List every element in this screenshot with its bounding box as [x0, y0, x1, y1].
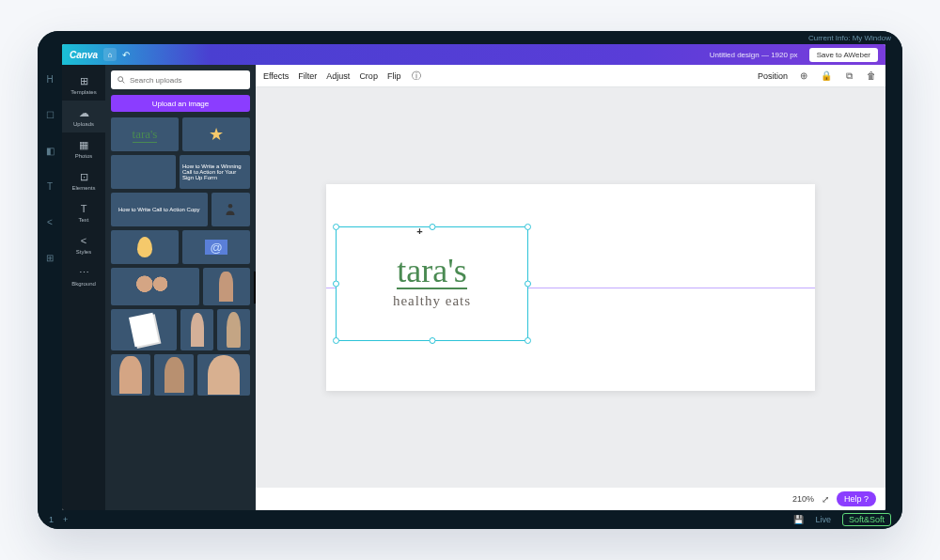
outer-window-titlebar: Current Info: My Window [38, 31, 902, 44]
upload-thumb-photo-green[interactable] [180, 309, 213, 350]
rail-share-icon[interactable]: < [43, 215, 56, 228]
search-icon [117, 75, 126, 85]
siderail-background[interactable]: ⋯Bkground [62, 260, 105, 292]
svg-line-1 [122, 81, 124, 83]
zoom-level[interactable]: 210% [792, 494, 814, 504]
resize-handle-l[interactable] [333, 281, 339, 288]
toolbar-filter[interactable]: Filter [298, 71, 317, 81]
uploads-panel: Upload an image tara's How to Write a Wi… [105, 65, 256, 510]
siderail-styles[interactable]: <Styles [62, 228, 105, 260]
siderail-uploads[interactable]: ☁Uploads [62, 101, 105, 132]
toolbar-transparency-icon[interactable]: ⊕ [797, 70, 810, 83]
upload-thumb-person-white[interactable] [212, 193, 250, 226]
resize-handle-tl[interactable] [333, 224, 339, 230]
outer-window-footer: 1 + 💾 Live Soft&Soft [38, 510, 902, 529]
undo-icon[interactable]: ↶ [122, 50, 130, 60]
outer-live-label: Live [815, 515, 831, 524]
toolbar-position[interactable]: Position [758, 71, 788, 81]
resize-handle-tr[interactable] [525, 224, 531, 230]
rail-grid-icon[interactable]: ⊞ [43, 251, 56, 264]
background-icon: ⋯ [77, 266, 90, 279]
search-uploads[interactable] [111, 70, 250, 89]
outer-footer-item-add[interactable]: + [63, 515, 68, 524]
upload-thumb-photo-6[interactable] [154, 354, 194, 396]
outer-save-icon[interactable]: 💾 [793, 515, 804, 524]
app-topbar: Canva ⌂ ↶ Untitled design — 1920 px Save… [62, 44, 885, 65]
rail-square-icon[interactable]: ☐ [43, 108, 56, 121]
help-button[interactable]: Help ? [837, 491, 876, 506]
upload-thumb-cta[interactable]: How to Write a Winning Call to Action fo… [180, 155, 250, 189]
upload-thumb-purple-balloon[interactable] [111, 230, 179, 264]
save-to-aweber-button[interactable]: Save to AWeber [809, 48, 878, 62]
siderail-templates[interactable]: ⊞Templates [62, 69, 105, 101]
styles-icon: < [77, 234, 90, 247]
photos-icon: ▦ [77, 138, 90, 151]
resize-handle-b[interactable] [429, 337, 435, 344]
siderail-photos[interactable]: ▦Photos [62, 132, 105, 164]
upload-thumb-photo-7[interactable] [197, 354, 250, 396]
siderail-elements[interactable]: ⊡Elements [62, 164, 105, 196]
rail-split-icon[interactable]: ◧ [43, 144, 56, 157]
fullscreen-icon[interactable]: ⤢ [822, 494, 829, 505]
resize-handle-bl[interactable] [333, 337, 339, 344]
search-input[interactable] [130, 76, 244, 85]
outer-footer-item-1[interactable]: 1 [49, 515, 54, 524]
rail-text-icon[interactable]: T [43, 179, 56, 193]
outer-left-rail: H ☐ ◧ T < ⊞ [38, 44, 62, 510]
toolbar-lock-icon[interactable]: 🔒 [820, 70, 833, 83]
text-icon: T [77, 202, 90, 215]
toolbar-flip[interactable]: Flip [387, 71, 401, 81]
siderail-text[interactable]: TText [62, 196, 105, 228]
toolbar-crop[interactable]: Crop [359, 71, 378, 81]
canvas-toolbar: Effects Filter Adjust Crop Flip ⓘ Positi… [256, 65, 885, 87]
canvas-area: Effects Filter Adjust Crop Flip ⓘ Positi… [256, 65, 885, 510]
canva-logo[interactable]: Canva [70, 50, 98, 60]
canvas-viewport[interactable]: + tara's healthy eats [256, 87, 885, 488]
artboard[interactable]: + tara's healthy eats [326, 184, 815, 391]
outer-window-info: Current Info: My Window [808, 34, 891, 42]
upload-thumb-paper[interactable] [111, 309, 177, 350]
upload-thumb-photo-5[interactable] [111, 354, 150, 396]
resize-handle-r[interactable] [525, 281, 531, 288]
templates-icon: ⊞ [77, 74, 90, 87]
upload-thumb-photo-brick[interactable] [203, 268, 250, 305]
svg-point-2 [228, 204, 233, 209]
svg-point-0 [118, 77, 123, 82]
upload-thumb-copy[interactable]: How to Write Call to Action Copy [111, 193, 208, 226]
home-icon[interactable]: ⌂ [103, 48, 117, 61]
toolbar-duplicate-icon[interactable]: ⧉ [842, 70, 855, 83]
upload-thumb-taras-logo[interactable]: tara's [111, 117, 179, 151]
logo-main-text: tara's [397, 254, 466, 289]
uploads-icon: ☁ [77, 106, 90, 119]
upload-thumb-photo-brown[interactable] [217, 309, 250, 350]
device-frame: Current Info: My Window H ☐ ◧ T < ⊞ Canv… [38, 31, 902, 529]
elements-icon: ⊡ [77, 170, 90, 183]
toolbar-info-icon[interactable]: ⓘ [410, 70, 423, 83]
toolbar-delete-icon[interactable]: 🗑 [865, 70, 878, 83]
upload-thumb-photo-duo[interactable] [111, 268, 199, 305]
canva-app-window: Canva ⌂ ↶ Untitled design — 1920 px Save… [62, 44, 885, 510]
tool-siderail: ⊞Templates ☁Uploads ▦Photos ⊡Elements TT… [62, 65, 105, 510]
selected-logo-image[interactable]: + tara's healthy eats [336, 226, 528, 341]
move-cursor-icon: + [416, 226, 422, 237]
document-title[interactable]: Untitled design — 1920 px [710, 51, 798, 59]
upload-thumb-envelope[interactable] [182, 230, 250, 264]
resize-handle-br[interactable] [525, 337, 531, 344]
logo-sub-text: healthy eats [393, 293, 471, 309]
toolbar-effects[interactable]: Effects [263, 71, 289, 81]
resize-handle-t[interactable] [429, 224, 435, 230]
rail-h-icon[interactable]: H [43, 72, 56, 86]
upload-image-button[interactable]: Upload an image [111, 95, 250, 112]
outer-softsoft-tag[interactable]: Soft&Soft [842, 513, 891, 526]
toolbar-adjust[interactable]: Adjust [326, 71, 350, 81]
upload-thumb-star[interactable] [182, 117, 250, 151]
outer-right-rail [885, 44, 902, 510]
upload-thumb-orange[interactable] [111, 155, 176, 189]
canvas-footer: 210% ⤢ Help ? [256, 488, 885, 510]
